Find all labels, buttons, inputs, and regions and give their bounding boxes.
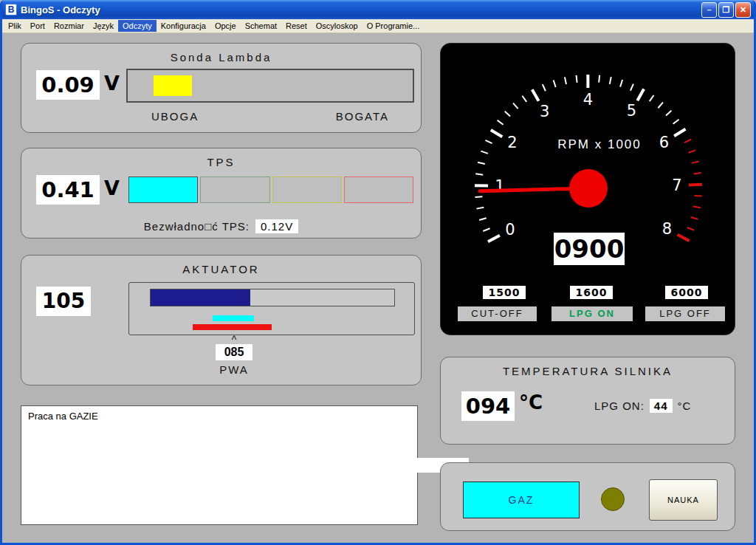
actuator-frame: [128, 282, 415, 335]
cutoff-label: CUT-OFF: [458, 306, 537, 321]
tach-tick: [689, 185, 702, 185]
app-icon: B: [5, 4, 17, 16]
gaz-button[interactable]: GAZ: [463, 481, 580, 518]
menu-item-opcje[interactable]: Opcje: [210, 20, 241, 32]
tach-tick: [488, 236, 500, 241]
panel-lambda: Sonda Lambda 0.09 V UBOGA BOGATA: [21, 43, 422, 133]
tps-value: 0.41: [36, 175, 100, 205]
tach-tick-label: 5: [627, 102, 636, 120]
tach-tick: [498, 120, 504, 125]
tach-tick: [505, 112, 510, 117]
lpg-on-temp-unit: °C: [678, 400, 692, 412]
tach-tick: [650, 95, 654, 101]
menu-item-oscyloskop[interactable]: Oscyloskop: [312, 20, 362, 32]
actuator-cyan-bar: [213, 315, 254, 321]
tach-tick: [694, 173, 701, 174]
panel-actuator: AKTUATOR 105 ^ 085 PWA: [21, 255, 422, 385]
tach-tick: [691, 217, 698, 219]
tach-tick: [513, 103, 518, 109]
menu-item-schemat[interactable]: Schemat: [241, 20, 281, 32]
pwa-label: PWA: [216, 363, 252, 376]
menu-item-port[interactable]: Port: [26, 20, 49, 32]
tach-tick: [543, 84, 546, 91]
lambda-unit: V: [104, 72, 120, 95]
menu-item-o-programie-[interactable]: O Programie...: [362, 20, 425, 32]
lpg-off-rpm-value: 6000: [665, 286, 708, 299]
tach-tick: [522, 96, 526, 102]
menu-item-reset[interactable]: Reset: [281, 20, 312, 32]
tach-tick-label: 2: [507, 134, 517, 151]
menu-item-plik[interactable]: Plik: [4, 20, 26, 32]
tach-tick-label: 8: [662, 220, 672, 238]
panel-tachometer: 012345678RPM x 1000 0900 1500 1600 6000 …: [440, 43, 735, 335]
lambda-marker: [154, 75, 192, 96]
tach-rpm-caption: RPM x 1000: [557, 137, 642, 151]
tach-needle-hub: [569, 169, 608, 208]
close-button[interactable]: ✕: [735, 2, 751, 18]
menu-item-rozmiar[interactable]: Rozmiar: [49, 20, 89, 32]
lpg-off-label: LPG OFF: [645, 306, 725, 321]
tach-tick: [481, 151, 487, 154]
lpg-on-temp-label: LPG ON:: [594, 400, 645, 412]
tps-inertia-value: 0.12V: [255, 219, 298, 233]
minimize-button[interactable]: –: [701, 2, 717, 18]
tach-tick: [485, 140, 492, 143]
tps-title: TPS: [21, 156, 421, 168]
tach-tick: [666, 111, 671, 116]
status-textarea[interactable]: Praca na GAZIE: [21, 405, 418, 525]
title-bar: B BingoS - Odczyty – ❐ ✕: [2, 0, 754, 19]
tach-tick: [637, 89, 644, 101]
tach-tick: [565, 77, 566, 84]
tach-tick: [599, 75, 599, 83]
tach-tick: [554, 80, 556, 87]
tach-tick-label: 0: [505, 221, 515, 239]
tach-tick: [630, 84, 633, 91]
lambda-label-uboga: UBOGA: [151, 110, 199, 123]
temperature-title: TEMPERATURA SILNIKA: [441, 365, 735, 377]
actuator-value: 105: [36, 287, 91, 316]
tach-tick: [689, 150, 695, 152]
tps-segment-1: [128, 176, 198, 203]
lpg-on-temp-value: 44: [650, 399, 673, 413]
lambda-label-bogata: BOGATA: [336, 110, 389, 123]
tps-unit: V: [104, 176, 120, 199]
tach-tick: [476, 208, 484, 209]
menu-item-odczyty[interactable]: Odczyty: [118, 20, 157, 32]
tach-tick: [695, 196, 702, 196]
maximize-button[interactable]: ❐: [718, 2, 734, 18]
tach-tick: [483, 228, 489, 231]
panel-controls: GAZ NAUKA: [440, 462, 735, 531]
menu-item-j-zyk[interactable]: Język: [89, 20, 118, 32]
tps-segment-2: [200, 176, 269, 203]
window-title: BingoS - Odczyty: [21, 4, 100, 16]
tach-tick: [610, 77, 611, 84]
tps-segment-4: [344, 176, 413, 203]
pwa-value: 085: [216, 344, 252, 360]
actuator-red-bar: [193, 324, 272, 330]
tps-segment-gauge: [128, 176, 413, 203]
tach-tick: [674, 129, 685, 136]
nauka-button[interactable]: NAUKA: [649, 479, 718, 521]
tach-tick: [491, 130, 502, 137]
tach-tick: [658, 103, 663, 109]
tach-tick: [577, 75, 577, 83]
menu-bar: PlikPortRozmiarJęzykOdczytyKonfiguracjaO…: [2, 19, 754, 33]
tach-tick-label: 6: [659, 134, 669, 151]
tach-tick: [678, 235, 690, 241]
tps-segment-3: [272, 176, 342, 203]
tach-tick: [475, 174, 483, 174]
tach-tick: [532, 89, 539, 101]
tach-tick: [478, 162, 485, 164]
app-window: B BingoS - Odczyty – ❐ ✕ PlikPortRozmiar…: [0, 0, 756, 545]
rpm-digital-display: 0900: [554, 233, 625, 265]
tach-tick: [692, 161, 699, 162]
menu-item-konfiguracja[interactable]: Konfiguracja: [157, 20, 210, 32]
lpg-on-label: LPG ON: [551, 306, 633, 321]
tach-tick: [620, 80, 622, 87]
temperature-unit: °C: [519, 391, 543, 414]
lambda-value: 0.09: [36, 70, 100, 100]
tach-tick: [687, 227, 694, 230]
actuator-track: [150, 289, 395, 306]
actuator-title: AKTUATOR: [21, 263, 421, 275]
status-text: Praca na GAZIE: [28, 411, 98, 422]
